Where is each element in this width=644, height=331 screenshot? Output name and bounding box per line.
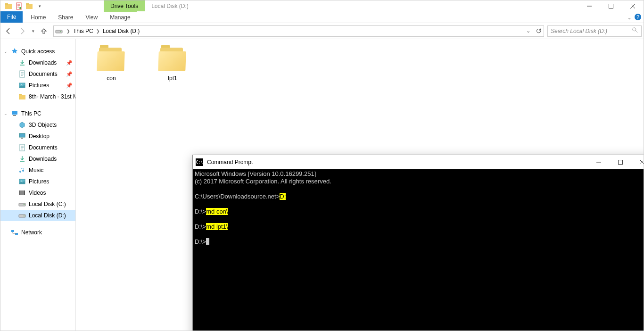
sidebar-item-label: Documents [29, 71, 58, 77]
svg-rect-17 [12, 111, 17, 115]
command-prompt-window: C:\ Command Prompt Microsoft Windows [Ve… [192, 155, 644, 331]
sidebar-item-pc-0[interactable]: 3D Objects [0, 119, 75, 131]
ribbon-expand-icon[interactable]: ⌄ [627, 15, 631, 20]
navigation-pane: ⌄ Quick access Downloads📌Documents📌Pictu… [0, 39, 76, 331]
document-icon [18, 144, 26, 151]
tab-home[interactable]: Home [25, 12, 52, 23]
title-bar: ▾ Drive Tools Local Disk (D:) [0, 0, 644, 11]
chevron-right-icon[interactable]: ❯ [65, 29, 72, 33]
tab-label: Home [31, 14, 46, 21]
quick-access-icon [11, 48, 18, 55]
contextual-tab-drive-tools[interactable]: Drive Tools [104, 0, 145, 11]
separator [46, 2, 46, 10]
cmd-title-bar[interactable]: C:\ Command Prompt [193, 155, 644, 169]
svg-rect-31 [11, 230, 14, 232]
download-icon [18, 59, 26, 66]
drive-icon [55, 27, 63, 35]
address-bar[interactable]: ❯ This PC ❯ Local Disk (D:) ⌄ [53, 25, 544, 37]
sidebar-item-pc-6[interactable]: Videos [0, 187, 75, 199]
breadcrumb-label: Local Disk (D:) [103, 28, 140, 34]
ribbon-tabs: File Home Share View Manage ⌄ ? [0, 11, 644, 23]
cmd-terminal[interactable]: Microsoft Windows [Version 10.0.16299.25… [193, 169, 644, 331]
tab-manage[interactable]: Manage [104, 11, 136, 23]
help-icon[interactable]: ? [634, 13, 642, 22]
explorer-app-icon[interactable] [3, 1, 14, 11]
network-icon [11, 229, 18, 236]
breadcrumb-this-pc[interactable]: This PC [72, 28, 94, 34]
chevron-down-icon[interactable]: ⌄ [3, 49, 8, 54]
address-dropdown-button[interactable]: ⌄ [523, 26, 533, 36]
up-button[interactable] [38, 25, 50, 37]
chevron-right-icon[interactable]: › [3, 230, 8, 235]
cmd-close-button[interactable] [631, 155, 644, 169]
sidebar-item-pc-5[interactable]: Pictures [0, 176, 75, 187]
svg-rect-6 [609, 4, 613, 8]
qat-customize-icon[interactable]: ▾ [34, 1, 45, 11]
tab-view[interactable]: View [79, 12, 104, 23]
svg-rect-26 [24, 190, 25, 195]
cmd-minimize-button[interactable] [588, 155, 610, 169]
sidebar-item-qa-0[interactable]: Downloads📌 [0, 57, 75, 68]
qat-properties-icon[interactable] [14, 1, 24, 11]
svg-point-14 [21, 84, 22, 85]
sidebar-item-label: 3D Objects [29, 122, 57, 128]
sidebar-item-pc-3[interactable]: Downloads [0, 153, 75, 165]
sidebar-item-pc-2[interactable]: Documents [0, 142, 75, 153]
disk-icon [18, 200, 26, 208]
cmd-input-highlight: D: [280, 193, 286, 200]
content-pane[interactable]: conlpt1 C:\ Command Prompt Microsoft Win… [76, 39, 644, 331]
search-icon[interactable] [632, 27, 638, 35]
svg-text:?: ? [636, 14, 639, 20]
sidebar-item-pc-8[interactable]: Local Disk (D:) [0, 210, 75, 221]
window-title: Local Disk (D:) [145, 0, 195, 11]
maximize-button[interactable] [600, 0, 622, 11]
sidebar-item-pc-1[interactable]: Desktop [0, 131, 75, 142]
video-icon [18, 189, 26, 197]
cmd-input-highlight: md con\ [206, 208, 228, 215]
pin-icon: 📌 [66, 83, 73, 89]
sidebar-item-qa-2[interactable]: Pictures📌 [0, 80, 75, 91]
sidebar-item-qa-3[interactable]: 8th- March - 31st M [0, 91, 75, 102]
sidebar-item-label: Videos [29, 190, 46, 196]
contextual-tab-label: Drive Tools [110, 3, 138, 9]
search-box[interactable] [547, 25, 642, 37]
file-tab[interactable]: File [0, 11, 23, 23]
tab-label: View [85, 14, 98, 21]
sidebar-quick-access[interactable]: ⌄ Quick access [0, 46, 75, 57]
sidebar-item-pc-4[interactable]: Music [0, 165, 75, 176]
pin-icon: 📌 [66, 71, 73, 77]
qat-new-folder-icon[interactable] [24, 1, 34, 11]
window-controls [578, 0, 644, 11]
body: ⌄ Quick access Downloads📌Documents📌Pictu… [0, 39, 644, 331]
forward-button[interactable] [16, 25, 28, 37]
sidebar-network[interactable]: › Network [0, 227, 75, 238]
cmd-app-icon: C:\ [196, 158, 203, 166]
chevron-down-icon[interactable]: ⌄ [3, 111, 8, 116]
svg-rect-4 [26, 4, 33, 9]
tab-share[interactable]: Share [52, 12, 79, 23]
folder-item-con[interactable]: con [90, 48, 132, 82]
recent-locations-button[interactable]: ▾ [30, 25, 36, 37]
cmd-maximize-button[interactable] [610, 155, 631, 169]
sidebar-this-pc[interactable]: ⌄ This PC [0, 108, 75, 119]
breadcrumb-local-disk-d[interactable]: Local Disk (D:) [102, 28, 141, 34]
folder-item-lpt1[interactable]: lpt1 [151, 48, 194, 82]
tab-label: Manage [110, 14, 130, 21]
search-input[interactable] [551, 28, 632, 34]
refresh-button[interactable] [533, 26, 544, 36]
sidebar-label: Quick access [21, 48, 55, 55]
sidebar-item-qa-1[interactable]: Documents📌 [0, 68, 75, 80]
svg-point-3 [19, 7, 21, 9]
folder-label: lpt1 [168, 75, 177, 82]
sidebar-item-label: Desktop [29, 133, 50, 140]
folder-icon [96, 48, 126, 72]
sidebar-item-pc-7[interactable]: Local Disk (C:) [0, 199, 75, 210]
svg-rect-1 [5, 3, 8, 5]
svg-rect-15 [19, 95, 25, 99]
back-button[interactable] [2, 25, 15, 37]
close-button[interactable] [622, 0, 644, 11]
cmd-cursor: _ [206, 238, 209, 245]
minimize-button[interactable] [578, 0, 600, 11]
navigation-bar: ▾ ❯ This PC ❯ Local Disk (D:) ⌄ [0, 23, 644, 39]
chevron-right-icon[interactable]: ❯ [94, 29, 102, 33]
